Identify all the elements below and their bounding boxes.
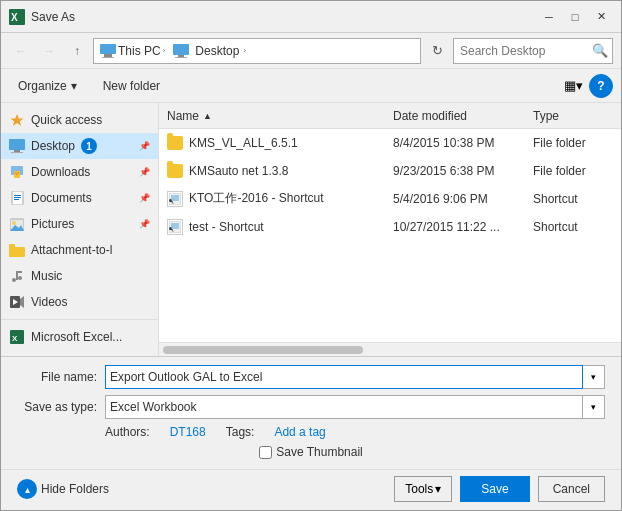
- desktop-pin-icon: 📌: [139, 141, 150, 151]
- search-icon: 🔍: [592, 43, 608, 58]
- pictures-icon: [9, 216, 25, 232]
- file-name-cell: ↖ KTO工作-2016 - Shortcut: [167, 190, 393, 207]
- filename-label: File name:: [17, 370, 97, 384]
- filename-input-wrapper: ▾: [105, 365, 605, 389]
- sidebar-downloads-label: Downloads: [31, 165, 90, 179]
- file-name: test - Shortcut: [189, 220, 264, 234]
- table-row[interactable]: ↖ test - Shortcut 10/27/2015 11:22 ... S…: [159, 213, 621, 241]
- organize-label: Organize: [18, 79, 67, 93]
- sidebar-attachment-label: Attachment-to-l: [31, 243, 112, 257]
- new-folder-label: New folder: [103, 79, 160, 93]
- tools-arrow-icon: ▾: [435, 482, 441, 496]
- minimize-button[interactable]: ─: [537, 7, 561, 27]
- scroll-thumb[interactable]: [163, 346, 363, 354]
- file-date: 10/27/2015 11:22 ...: [393, 220, 533, 234]
- shortcut-arrow-icon: ↖: [168, 225, 175, 234]
- svg-rect-4: [102, 57, 114, 58]
- path-segment-pc: This PC ›: [100, 43, 165, 59]
- new-folder-button[interactable]: New folder: [94, 74, 169, 98]
- file-name: KMS_VL_ALL_6.5.1: [189, 136, 298, 150]
- help-button[interactable]: ?: [589, 74, 613, 98]
- column-date[interactable]: Date modified: [393, 109, 533, 123]
- svg-rect-3: [104, 54, 112, 57]
- shortcut-arrow-icon: ↖: [168, 197, 175, 206]
- sidebar-item-downloads[interactable]: Downloads 📌: [1, 159, 158, 185]
- svg-rect-17: [14, 197, 21, 198]
- file-name-cell: KMSauto net 1.3.8: [167, 164, 393, 178]
- music-icon: [9, 268, 25, 284]
- horizontal-scrollbar[interactable]: [159, 342, 621, 356]
- action-buttons: Tools ▾ Save Cancel: [394, 476, 605, 502]
- authors-value[interactable]: DT168: [170, 425, 206, 439]
- tools-button[interactable]: Tools ▾: [394, 476, 452, 502]
- sidebar-item-desktop[interactable]: Desktop 1 📌: [1, 133, 158, 159]
- organize-arrow-icon: ▾: [71, 79, 77, 93]
- bottom-buttons-bar: ▴ Hide Folders Tools ▾ Save Cancel: [1, 469, 621, 510]
- organize-button[interactable]: Organize ▾: [9, 74, 86, 98]
- sidebar: Quick access Desktop 1 📌: [1, 103, 159, 356]
- up-button[interactable]: ↑: [65, 39, 89, 63]
- file-date: 9/23/2015 6:38 PM: [393, 164, 533, 178]
- svg-rect-28: [16, 271, 22, 273]
- sidebar-item-music[interactable]: Music: [1, 263, 158, 289]
- thumbnail-row: Save Thumbnail: [17, 445, 605, 459]
- dialog-title: Save As: [31, 10, 75, 24]
- svg-rect-5: [173, 44, 189, 55]
- sidebar-item-videos[interactable]: Videos: [1, 289, 158, 315]
- refresh-button[interactable]: ↻: [425, 39, 449, 63]
- close-button[interactable]: ✕: [589, 7, 613, 27]
- save-as-dialog: X Save As ─ □ ✕ ← → ↑ T: [0, 0, 622, 511]
- sidebar-item-pictures[interactable]: Pictures 📌: [1, 211, 158, 237]
- add-tag-link[interactable]: Add a tag: [274, 425, 325, 439]
- svg-text:X: X: [12, 334, 18, 343]
- folder-icon: [167, 136, 183, 150]
- folder-icon: [167, 164, 183, 178]
- sidebar-pictures-label: Pictures: [31, 217, 74, 231]
- hide-folders-label: Hide Folders: [41, 482, 109, 496]
- navigation-bar: ← → ↑ This PC ›: [1, 33, 621, 69]
- forward-button[interactable]: →: [37, 39, 61, 63]
- column-type-label: Type: [533, 109, 559, 123]
- file-date: 8/4/2015 10:38 PM: [393, 136, 533, 150]
- sidebar-item-attachment[interactable]: Attachment-to-l: [1, 237, 158, 263]
- search-input[interactable]: [460, 44, 592, 58]
- table-row[interactable]: KMS_VL_ALL_6.5.1 8/4/2015 10:38 PM File …: [159, 129, 621, 157]
- savetype-row: Save as type: Excel Workbook ▾: [17, 395, 605, 419]
- downloads-icon: [9, 164, 25, 180]
- address-bar[interactable]: This PC › Desktop ›: [93, 38, 421, 64]
- sidebar-item-excel[interactable]: X Microsoft Excel...: [1, 324, 158, 350]
- column-name-label: Name: [167, 109, 199, 123]
- savetype-select[interactable]: Excel Workbook: [105, 395, 583, 419]
- table-row[interactable]: KMSauto net 1.3.8 9/23/2015 6:38 PM File…: [159, 157, 621, 185]
- savetype-select-wrapper: Excel Workbook ▾: [105, 395, 605, 419]
- filename-dropdown-icon[interactable]: ▾: [583, 365, 605, 389]
- path-pc-dropdown-icon[interactable]: ›: [163, 46, 166, 55]
- save-button[interactable]: Save: [460, 476, 529, 502]
- back-button[interactable]: ←: [9, 39, 33, 63]
- column-name[interactable]: Name ▲: [167, 109, 393, 123]
- cancel-button[interactable]: Cancel: [538, 476, 605, 502]
- column-type[interactable]: Type: [533, 109, 613, 123]
- view-toggle-button[interactable]: ▦ ▾: [561, 74, 585, 98]
- savetype-dropdown-icon[interactable]: ▾: [583, 395, 605, 419]
- maximize-button[interactable]: □: [563, 7, 587, 27]
- window-controls: ─ □ ✕: [537, 7, 613, 27]
- table-row[interactable]: ↖ KTO工作-2016 - Shortcut 5/4/2016 9:06 PM…: [159, 185, 621, 213]
- thumbnail-checkbox[interactable]: [259, 446, 272, 459]
- bottom-form-area: File name: ▾ Save as type: Excel Workboo…: [1, 356, 621, 469]
- hide-folders-button[interactable]: ▴ Hide Folders: [17, 479, 109, 499]
- documents-pin-icon: 📌: [139, 193, 150, 203]
- shortcut-icon: ↖: [167, 219, 183, 235]
- path-desktop-dropdown-icon[interactable]: ›: [243, 46, 246, 55]
- videos-icon: [9, 294, 25, 310]
- sidebar-item-documents[interactable]: Documents 📌: [1, 185, 158, 211]
- file-type: File folder: [533, 136, 613, 150]
- filename-input[interactable]: [105, 365, 583, 389]
- sidebar-quick-access-header: Quick access: [1, 107, 158, 133]
- attachment-folder-icon: [9, 242, 25, 258]
- sidebar-music-label: Music: [31, 269, 62, 283]
- sidebar-documents-label: Documents: [31, 191, 92, 205]
- svg-point-20: [12, 221, 16, 225]
- thumbnail-checkbox-label[interactable]: Save Thumbnail: [259, 445, 363, 459]
- authors-label: Authors:: [105, 425, 150, 439]
